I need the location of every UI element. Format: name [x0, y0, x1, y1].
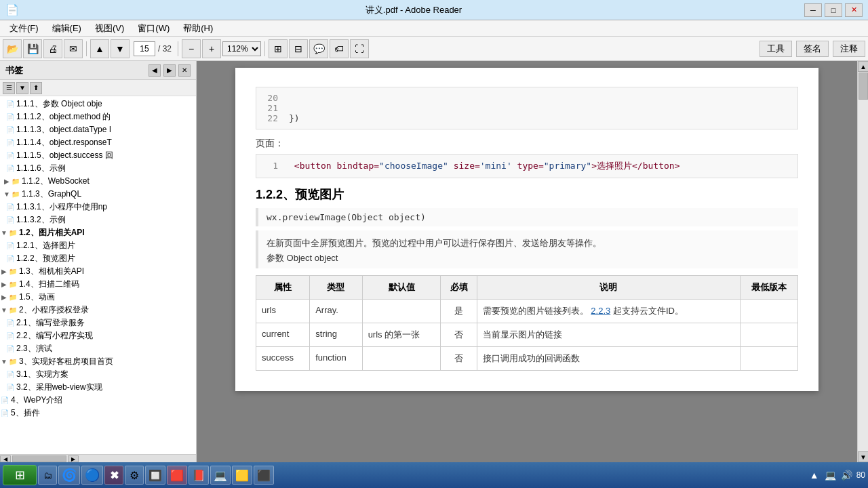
scroll-up-btn[interactable]: ▲ [858, 61, 868, 72]
start-button[interactable]: ⊞ [3, 465, 37, 485]
page-label: 页面： [256, 138, 798, 150]
menu-help[interactable]: 帮助(H) [176, 21, 220, 36]
scroll-thumb[interactable] [859, 73, 868, 100]
taskbar-intellij[interactable]: 🔲 [145, 466, 165, 485]
version-link[interactable]: 2.2.3 [591, 306, 610, 316]
sidebar-options-btn[interactable]: ▼ [16, 82, 28, 94]
tree-item[interactable]: ▶ 📁 1.4、扫描二维码 [0, 278, 196, 291]
tray-network[interactable]: 💻 [824, 468, 837, 482]
window-title: 讲义.pdf - Adobe Reader [23, 4, 804, 16]
zoom-out-button[interactable]: − [182, 39, 201, 58]
tree-item[interactable]: 📄 2.3、演试 [0, 342, 196, 355]
close-button[interactable]: ✕ [845, 3, 863, 17]
tree-item[interactable]: 📄 5、插件 [0, 407, 196, 420]
page-icon: 📄 [5, 383, 15, 392]
collapse-icon[interactable]: ▼ [0, 229, 8, 237]
fullscreen-button[interactable]: ⛶ [350, 39, 369, 58]
collapse-icon[interactable]: ▶ [0, 293, 8, 302]
scroll-thumb[interactable] [12, 455, 66, 462]
tree-item[interactable]: 📄 1.1.1.6、示例 [0, 162, 196, 175]
taskbar-app4[interactable]: ✖ [104, 466, 123, 485]
minimize-button[interactable]: ─ [804, 3, 822, 17]
menu-file[interactable]: 文件(F) [3, 21, 45, 36]
collapse-icon[interactable]: ▶ [0, 281, 8, 289]
mark-button[interactable]: 🏷 [330, 39, 349, 58]
taskbar-terminal[interactable]: ⬛ [254, 466, 274, 485]
maximize-button[interactable]: □ [825, 3, 842, 17]
tree-item[interactable]: 📄 1.1.1.5、object.success 回 [0, 149, 196, 162]
tree-item[interactable]: 📄 1.1.1.4、object.responseT [0, 136, 196, 149]
code-line-20: 20 [262, 93, 792, 103]
taskbar-pdf[interactable]: 📕 [189, 466, 209, 485]
email-button[interactable]: ✉ [64, 39, 83, 58]
tree-item[interactable]: 📄 1.1.1.3、object.dataType I [0, 123, 196, 136]
sidebar-close[interactable]: ✕ [178, 64, 191, 77]
open-button[interactable]: 📂 [3, 39, 22, 58]
scroll-right-btn[interactable]: ▶ [68, 455, 79, 462]
collapse-icon[interactable]: ▼ [3, 190, 11, 199]
sidebar-title: 书签 [5, 64, 23, 77]
tree-item[interactable]: 📄 1.2.2、预览图片 [0, 252, 196, 265]
taskbar-app7[interactable]: 🟥 [167, 466, 187, 485]
menu-edit[interactable]: 编辑(E) [45, 21, 88, 36]
print-button[interactable]: 🖨 [43, 39, 62, 58]
taskbar-code[interactable]: 💻 [210, 466, 231, 485]
tree-item[interactable]: 📄 3.2、采用web-view实现 [0, 381, 196, 394]
page-input[interactable] [134, 41, 155, 56]
collapse-icon[interactable]: ▼ [0, 358, 8, 366]
taskbar-file-explorer[interactable]: 🗂 [38, 466, 57, 485]
tree-item[interactable]: 📄 2.1、编写登录服务 [0, 317, 196, 329]
tree-item[interactable]: ▶ 📁 1.5、动画 [0, 291, 196, 304]
title-bar: 📄 讲义.pdf - Adobe Reader ─ □ ✕ [0, 0, 868, 20]
api-name: wx.previewImage(Object object) [267, 212, 790, 222]
tree-item[interactable]: 📄 1.1.1、参数 Object obje [0, 98, 196, 110]
collapse-icon[interactable]: ▶ [0, 268, 8, 276]
table-header-default: 默认值 [362, 276, 441, 300]
comment-tool-button[interactable]: 注释 [833, 41, 865, 57]
taskbar-app5[interactable]: ⚙ [125, 466, 144, 485]
taskbar-browser1[interactable]: 🌀 [58, 466, 80, 485]
tree-item[interactable]: ▼ 📁 1.2、图片相关API [0, 226, 196, 239]
prev-page-button[interactable]: ▲ [90, 39, 109, 58]
save-button[interactable]: 💾 [23, 39, 42, 58]
tree-item[interactable]: ▼ 📁 3、实现好客租房项目首页 [0, 355, 196, 368]
tree-item[interactable]: 📄 1.1.1.2、object.method 的 [0, 110, 196, 123]
tree-item[interactable]: 📄 1.1.3.2、示例 [0, 214, 196, 226]
collapse-icon[interactable]: ▶ [3, 178, 11, 186]
scroll-down-btn[interactable]: ▼ [858, 451, 868, 462]
fit-page-button[interactable]: ⊞ [269, 39, 288, 58]
sign-button[interactable]: 签名 [796, 41, 829, 57]
tree-item[interactable]: ▶ 📁 1.3、相机相关API [0, 265, 196, 278]
menu-view[interactable]: 视图(V) [88, 21, 131, 36]
tree-item[interactable]: 📄 1.2.1、选择图片 [0, 239, 196, 252]
pdf-page: 20 21 22}) 页面： 1 <button bindtap="choose… [235, 68, 818, 391]
sidebar-nav-next[interactable]: ▶ [163, 64, 176, 77]
menu-window[interactable]: 窗口(W) [131, 21, 176, 36]
code-line-22: 22}) [262, 113, 792, 123]
tree-item[interactable]: 📄 1.1.3.1、小程序中使用np [0, 201, 196, 214]
next-page-button[interactable]: ▼ [111, 39, 130, 58]
sidebar-horizontal-scrollbar[interactable]: ◀ ▶ [0, 454, 196, 462]
sidebar-nav-prev[interactable]: ◀ [149, 64, 161, 77]
tree-item[interactable]: 📄 4、WePY介绍 [0, 394, 196, 407]
tray-arrow[interactable]: ▲ [808, 468, 821, 482]
tree-item[interactable]: ▼ 📁 1.1.3、GraphQL [0, 188, 196, 201]
comment-button[interactable]: 💬 [309, 39, 328, 58]
scroll-left-btn[interactable]: ◀ [0, 455, 11, 462]
sidebar-export-btn[interactable]: ⬆ [30, 82, 42, 94]
tree-item[interactable]: ▼ 📁 2、小程序授权登录 [0, 304, 196, 317]
taskbar-clock[interactable]: 80 [856, 470, 865, 480]
zoom-select[interactable]: 112% 100% 75% 150% [222, 41, 261, 56]
collapse-icon[interactable]: ▼ [0, 306, 8, 314]
table-header-attr: 属性 [256, 276, 310, 300]
taskbar-chrome[interactable]: 🔵 [81, 466, 103, 485]
fit-width-button[interactable]: ⊟ [289, 39, 308, 58]
tree-item[interactable]: 📄 3.1、实现方案 [0, 368, 196, 381]
taskbar-ppt[interactable]: 🟨 [232, 466, 252, 485]
tray-sound[interactable]: 🔊 [840, 468, 854, 482]
tools-button[interactable]: 工具 [760, 41, 792, 57]
sidebar-menu-btn[interactable]: ☰ [3, 82, 15, 94]
tree-item[interactable]: 📄 2.2、编写小程序实现 [0, 329, 196, 342]
zoom-in-button[interactable]: + [202, 39, 221, 58]
tree-item[interactable]: ▶ 📁 1.1.2、WebSocket [0, 175, 196, 188]
